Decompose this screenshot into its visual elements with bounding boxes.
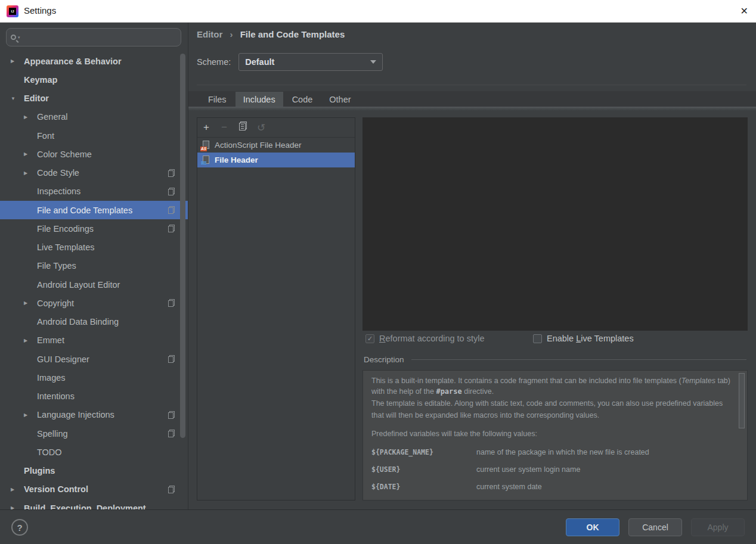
sidebar-item-todo[interactable]: TODO [0,443,188,461]
sidebar-item-gui-designer[interactable]: GUI Designer [0,350,188,368]
tree-collapsed-icon[interactable]: ▶ [24,300,37,306]
remove-template-button: − [221,122,239,133]
copy-template-button[interactable] [239,122,257,133]
tree-collapsed-icon[interactable]: ▶ [24,412,37,418]
sidebar-item-font[interactable]: Font [0,126,188,145]
option-enable-live-templates[interactable]: Enable Live Templates [533,332,634,344]
sidebar-item-color-scheme[interactable]: ▶Color Scheme [0,145,188,163]
sidebar-item-plugins[interactable]: Plugins [0,462,188,480]
tree-collapsed-icon[interactable]: ▶ [11,505,24,509]
sidebar-item-android-layout-editor[interactable]: Android Layout Editor [0,275,188,294]
sidebar-item-code-style[interactable]: ▶Code Style [0,164,188,182]
breadcrumb-current: File and Code Templates [240,29,345,39]
cancel-button[interactable]: Cancel [628,518,682,536]
sidebar-item-android-data-binding[interactable]: Android Data Binding [0,313,188,331]
sidebar-item-live-templates[interactable]: Live Templates [0,238,188,257]
tree-collapsed-icon[interactable]: ▶ [24,170,37,176]
chevron-down-icon [370,60,376,64]
sidebar-scrollbar[interactable] [179,52,187,509]
add-template-button[interactable]: + [203,122,221,133]
footer-buttons: OK Cancel Apply [566,518,745,536]
shared-settings-icon [168,188,175,195]
tree-collapsed-icon[interactable]: ▶ [11,58,24,64]
list-toolbar: + − ↺ [197,118,355,138]
scheme-label: Scheme: [197,57,231,67]
sidebar-item-keymap[interactable]: Keymap [0,70,188,89]
scheme-value: Default [245,57,274,67]
description-paragraph-1: This is a built-in template. It contains… [371,376,732,397]
checkbox-checked-disabled-icon: ✓ [365,334,374,343]
actionscript-template-icon: AS [201,141,211,150]
option-reformat-according-to-style[interactable]: ✓ Reformat according to style [365,332,485,344]
tree-collapsed-icon[interactable]: ▶ [24,114,37,120]
scheme-separator [197,85,746,85]
sidebar-item-intentions[interactable]: Intentions [0,387,188,406]
settings-tree: ▶Appearance & Behavior Keymap ▼Editor ▶G… [0,52,188,509]
tab-includes[interactable]: Includes [236,92,283,107]
shared-settings-icon [168,411,175,419]
sidebar-item-emmet[interactable]: ▶Emmet [0,331,188,350]
sidebar-item-build-execution-deployment[interactable]: ▶Build, Execution, Deployment [0,499,188,509]
tab-other[interactable]: Other [321,92,358,107]
shared-settings-icon [168,225,175,232]
titlebar: IJ Settings ✕ [0,0,756,23]
sidebar-item-editor[interactable]: ▼Editor [0,89,188,108]
template-item-actionscript-file-header[interactable]: AS ActionScript File Header [197,138,355,153]
variable-row: ${USER} current user system login name [371,465,732,474]
intellij-logo-icon: IJ [7,5,18,17]
shared-settings-icon [168,169,175,177]
sidebar-item-general[interactable]: ▶General [0,108,188,126]
tree-expanded-icon[interactable]: ▼ [11,96,24,101]
sidebar-item-version-control[interactable]: ▶Version Control [0,480,188,499]
template-editor[interactable] [362,117,748,331]
revert-template-button: ↺ [257,122,275,134]
variable-row: ${PACKAGE_NAME} name of the package in w… [371,448,732,457]
variable-row: ${DATE} current system date [371,483,732,492]
breadcrumb-separator-icon: › [230,29,233,39]
description-scrollbar-thumb[interactable] [739,373,745,428]
scheme-dropdown[interactable]: Default [238,53,383,71]
sidebar-scrollbar-thumb[interactable] [180,54,185,438]
description-scrollbar[interactable] [738,372,746,499]
sidebar-item-language-injections[interactable]: ▶Language Injections [0,406,188,424]
shared-settings-icon [168,355,175,363]
ok-button[interactable]: OK [566,518,619,536]
description-label: Description [364,355,404,364]
sidebar-item-appearance-behavior[interactable]: ▶Appearance & Behavior [0,52,188,70]
dialog-footer: ? OK Cancel Apply [0,509,756,544]
shared-settings-icon [168,206,175,214]
sidebar-item-file-encodings[interactable]: File Encodings [0,219,188,238]
close-icon[interactable]: ✕ [740,5,748,17]
breadcrumb: Editor › File and Code Templates [197,29,345,39]
description-paragraph-2: The template is editable. Along with sta… [371,398,732,421]
template-list-panel: + − ↺ AS ActionScript File Header File H… [197,117,355,501]
settings-window: IJ Settings ✕ ▾ ▶Appearance & Behavior K… [0,0,756,544]
tree-collapsed-icon[interactable]: ▶ [24,338,37,343]
variables-intro: Predefined variables will take the follo… [371,429,732,440]
search-history-arrow-icon: ▾ [18,35,20,40]
search-input[interactable]: ▾ [6,28,181,46]
sidebar-item-file-and-code-templates[interactable]: File and Code Templates [0,201,188,219]
settings-dialog-body: ▾ ▶Appearance & Behavior Keymap ▼Editor … [0,23,756,544]
search-icon [11,35,16,40]
template-tabs: Files Includes Code Other [200,92,360,107]
file-template-icon [201,156,211,165]
sidebar-item-inspections[interactable]: Inspections [0,182,188,201]
sidebar-item-copyright[interactable]: ▶Copyright [0,294,188,312]
sidebar-item-images[interactable]: Images [0,368,188,387]
tab-files[interactable]: Files [200,92,234,107]
scheme-row: Scheme: Default [197,53,383,71]
tab-code[interactable]: Code [284,92,321,107]
sidebar-item-file-types[interactable]: File Types [0,257,188,275]
shared-settings-icon [168,486,175,493]
sidebar-item-spelling[interactable]: Spelling [0,424,188,443]
help-button[interactable]: ? [11,519,28,536]
checkbox-unchecked-icon[interactable] [533,334,542,343]
copy-icon [239,122,247,130]
breadcrumb-parent[interactable]: Editor [197,29,222,39]
description-header: Description [364,355,746,364]
tree-collapsed-icon[interactable]: ▶ [11,487,24,492]
template-item-file-header[interactable]: File Header [197,153,355,167]
tree-collapsed-icon[interactable]: ▶ [24,151,37,157]
window-title: Settings [24,5,56,15]
